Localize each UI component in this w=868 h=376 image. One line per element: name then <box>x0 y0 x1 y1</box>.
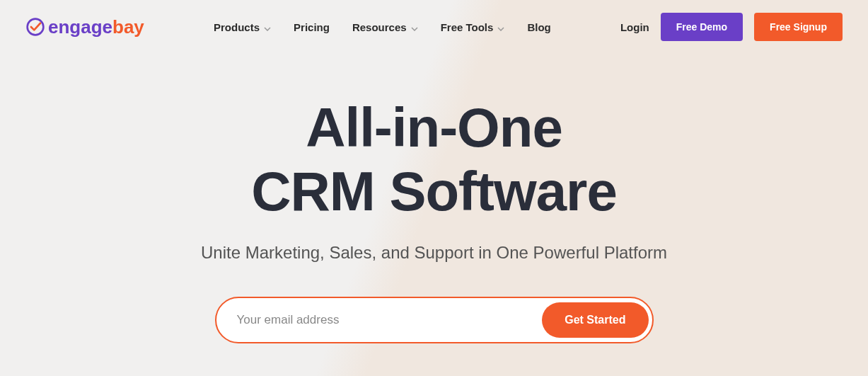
email-signup-form: Get Started <box>215 297 654 343</box>
hero-title-line2: CRM Software <box>251 160 617 222</box>
nav-resources[interactable]: Resources <box>352 21 418 33</box>
hero-title: All-in-One CRM Software <box>0 96 868 223</box>
chevron-down-icon <box>264 21 271 33</box>
nav-blog-label: Blog <box>527 21 550 33</box>
logo-text-bay: bay <box>112 16 144 38</box>
nav-right: Login Free Demo Free Signup <box>620 13 843 41</box>
nav-free-tools[interactable]: Free Tools <box>441 21 505 33</box>
chevron-down-icon <box>411 21 418 33</box>
nav-products-label: Products <box>214 21 260 33</box>
nav-free-tools-label: Free Tools <box>441 21 494 33</box>
hero-subtitle: Unite Marketing, Sales, and Support in O… <box>0 243 868 263</box>
header: engagebay Products Pricing Resources Fre… <box>0 0 868 54</box>
nav-login-label: Login <box>620 21 649 33</box>
email-input[interactable] <box>220 302 543 338</box>
logo[interactable]: engagebay <box>25 16 144 38</box>
get-started-button[interactable]: Get Started <box>542 302 648 338</box>
free-demo-button[interactable]: Free Demo <box>661 13 743 41</box>
svg-point-0 <box>28 19 44 35</box>
nav-pricing[interactable]: Pricing <box>294 21 330 33</box>
nav-products[interactable]: Products <box>214 21 271 33</box>
nav-login[interactable]: Login <box>620 21 649 33</box>
chevron-down-icon <box>497 21 504 33</box>
main-nav: Products Pricing Resources Free Tools Bl… <box>214 21 551 33</box>
free-signup-button[interactable]: Free Signup <box>754 13 843 41</box>
nav-resources-label: Resources <box>352 21 407 33</box>
hero-title-line1: All-in-One <box>306 96 562 159</box>
nav-blog[interactable]: Blog <box>527 21 550 33</box>
logo-text-engage: engage <box>48 16 112 38</box>
hero-section: All-in-One CRM Software Unite Marketing,… <box>0 54 868 343</box>
nav-pricing-label: Pricing <box>294 21 330 33</box>
logo-icon <box>25 17 45 37</box>
